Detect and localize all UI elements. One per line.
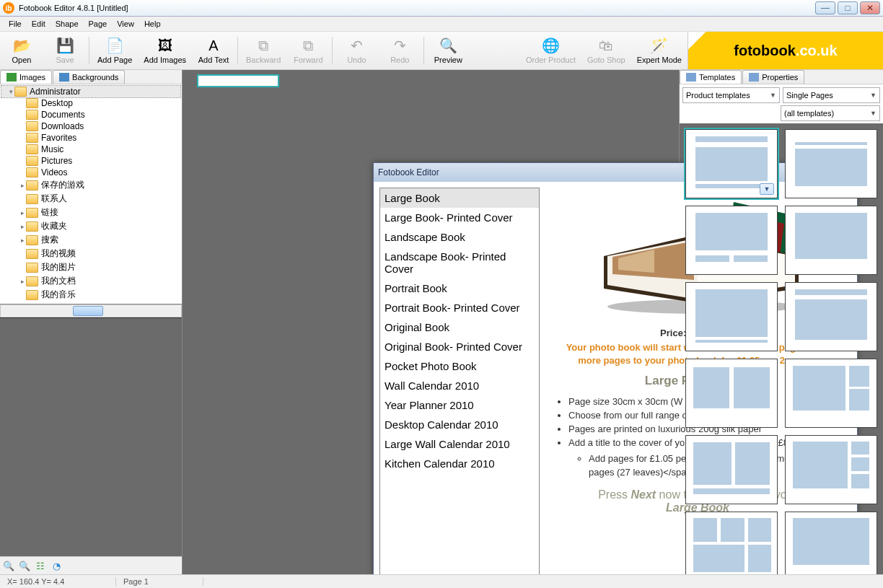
left-bottom-toolbar: 🔍 🔍 ☷ ◔ [0, 556, 182, 574]
toolbar-add-images-button[interactable]: 🖼Add Images [138, 32, 192, 69]
toolbar-expert-mode-button[interactable]: 🪄Expert Mode [631, 32, 687, 69]
tab-properties[interactable]: Properties [742, 70, 804, 84]
tab-backgrounds[interactable]: Backgrounds [53, 70, 125, 84]
product-list-item[interactable]: Portrait Book- Printed Cover [380, 298, 539, 317]
product-list-item[interactable]: Kitchen Calendar 2010 [380, 454, 539, 473]
product-list-item[interactable]: Portrait Book [380, 278, 539, 298]
tree-view-icon[interactable]: ☷ [35, 560, 46, 571]
menu-item-page[interactable]: Page [84, 18, 112, 30]
open-icon: 📂 [13, 37, 30, 54]
template-thumb[interactable] [785, 435, 877, 504]
menu-item-file[interactable]: File [4, 18, 26, 30]
menu-item-help[interactable]: Help [140, 18, 165, 30]
close-button[interactable]: ✕ [860, 1, 880, 14]
horizontal-scrollbar[interactable] [0, 304, 182, 317]
main-toolbar: 📂Open💾Save📄Add Page🖼Add ImagesAAdd Text⧉… [0, 32, 883, 70]
zoom-in-icon[interactable]: 🔍 [19, 560, 30, 571]
zoom-out-icon[interactable]: 🔍 [3, 560, 14, 571]
canvas-area: Fotobook Editor X Large BookLarge Book- … [183, 70, 679, 574]
tree-item[interactable]: ▸保存的游戏 [1, 178, 180, 192]
product-list-item[interactable]: Desktop Calendar 2010 [380, 415, 539, 434]
product-list-item[interactable]: Large Book- Printed Cover [380, 208, 539, 227]
template-thumb[interactable] [785, 512, 877, 574]
chevron-down-icon[interactable]: ▼ [760, 183, 774, 195]
right-tabs: TemplatesProperties [680, 70, 883, 84]
tree-item[interactable]: Favorites [1, 132, 180, 144]
image-preview-area [0, 317, 182, 556]
expert-mode-icon: 🪄 [651, 37, 668, 54]
product-list-item[interactable]: Large Book [380, 188, 539, 208]
template-thumb[interactable] [785, 206, 877, 275]
template-thumb[interactable] [785, 359, 877, 428]
redo-icon: ↷ [391, 37, 408, 54]
tree-item[interactable]: Downloads [1, 120, 180, 132]
tree-item[interactable]: ▸我的文档 [1, 274, 180, 288]
canvas-page-thumb[interactable] [197, 74, 279, 87]
toolbar-add-page-button[interactable]: 📄Add Page [92, 32, 138, 69]
template-thumb[interactable] [685, 359, 778, 428]
tree-item[interactable]: Desktop [1, 97, 180, 109]
save-icon: 💾 [56, 37, 74, 54]
tree-item[interactable]: 我的音乐 [1, 288, 180, 302]
page-type-combo[interactable]: Single Pages▼ [783, 87, 880, 103]
preview-icon: 🔍 [439, 37, 457, 54]
template-thumb[interactable]: ▼ [685, 129, 778, 198]
toolbar-backward-button: ⧉Backward [240, 32, 286, 69]
product-list-item[interactable]: Original Book [380, 317, 539, 337]
product-list-item[interactable]: Large Wall Calendar 2010 [380, 434, 539, 454]
tree-item[interactable]: ▾Administrator [1, 86, 180, 97]
template-filter-combo[interactable]: (all templates)▼ [781, 105, 880, 121]
add-text-icon: A [205, 37, 222, 54]
product-list-item[interactable]: Year Planner 2010 [380, 395, 539, 415]
template-thumb[interactable] [785, 129, 877, 198]
status-page: Page 1 [116, 577, 203, 586]
template-thumb[interactable] [685, 282, 778, 351]
folder-tree[interactable]: ▾AdministratorDesktopDocumentsDownloadsF… [0, 84, 182, 304]
tree-item[interactable]: 联系人 [1, 192, 180, 206]
tree-item[interactable]: ▸搜索 [1, 233, 180, 247]
toolbar-add-text-button[interactable]: AAdd Text [192, 32, 235, 69]
toolbar-preview-button[interactable]: 🔍Preview [426, 32, 470, 69]
app-icon: ib [3, 2, 14, 14]
template-thumb[interactable] [685, 435, 778, 504]
template-category-combo[interactable]: Product templates▼ [682, 87, 780, 103]
template-thumb[interactable] [685, 512, 778, 574]
forward-icon: ⧉ [299, 37, 317, 54]
product-list-item[interactable]: Wall Calendar 2010 [380, 376, 539, 395]
tab-templates[interactable]: Templates [680, 70, 742, 84]
product-list-item[interactable]: Original Book- Printed Cover [380, 337, 539, 356]
menu-bar: FileEditShapePageViewHelp [0, 17, 883, 32]
tree-item[interactable]: Documents [1, 109, 180, 120]
scrollbar-thumb[interactable] [73, 306, 103, 316]
tree-item[interactable]: Pictures [1, 155, 180, 167]
tree-item[interactable]: 我的视频 [1, 247, 180, 260]
maximize-button[interactable]: □ [838, 1, 858, 14]
menu-item-edit[interactable]: Edit [27, 18, 50, 30]
toolbar-order-product-button: 🌐Order Product [520, 32, 581, 69]
left-panel: ImagesBackgrounds ▾AdministratorDesktopD… [0, 70, 183, 574]
template-thumb[interactable] [685, 206, 778, 275]
product-list[interactable]: Large BookLarge Book- Printed CoverLands… [379, 188, 540, 574]
tree-item[interactable]: Music [1, 144, 180, 155]
minimize-button[interactable]: — [815, 1, 835, 14]
title-bar: ib Fotobook Editor 4.8.1 [Untitled] — □ … [0, 0, 883, 17]
tab-images[interactable]: Images [0, 70, 52, 84]
tree-item[interactable]: ▸链接 [1, 206, 180, 219]
product-list-item[interactable]: Landscape Book [380, 227, 539, 247]
product-list-item[interactable]: Landscape Book- Printed Cover [380, 247, 539, 278]
tree-item[interactable]: Videos [1, 167, 180, 178]
product-list-item[interactable]: Pocket Photo Book [380, 356, 539, 376]
toolbar-open-button[interactable]: 📂Open [0, 32, 43, 69]
goto-shop-icon: 🛍 [597, 37, 615, 54]
window-title: Fotobook Editor 4.8.1 [Untitled] [19, 4, 813, 12]
menu-item-view[interactable]: View [113, 18, 139, 30]
tree-item[interactable]: ▸收藏夹 [1, 219, 180, 233]
menu-item-shape[interactable]: Shape [51, 18, 83, 30]
refresh-icon[interactable]: ◔ [50, 560, 62, 571]
add-images-icon: 🖼 [157, 37, 174, 54]
brand-logo: fotobook.co.uk [687, 32, 883, 69]
template-thumb[interactable] [785, 282, 877, 351]
dialog-title: Fotobook Editor [378, 167, 439, 177]
add-page-icon: 📄 [106, 37, 123, 54]
tree-item[interactable]: 我的图片 [1, 260, 180, 274]
